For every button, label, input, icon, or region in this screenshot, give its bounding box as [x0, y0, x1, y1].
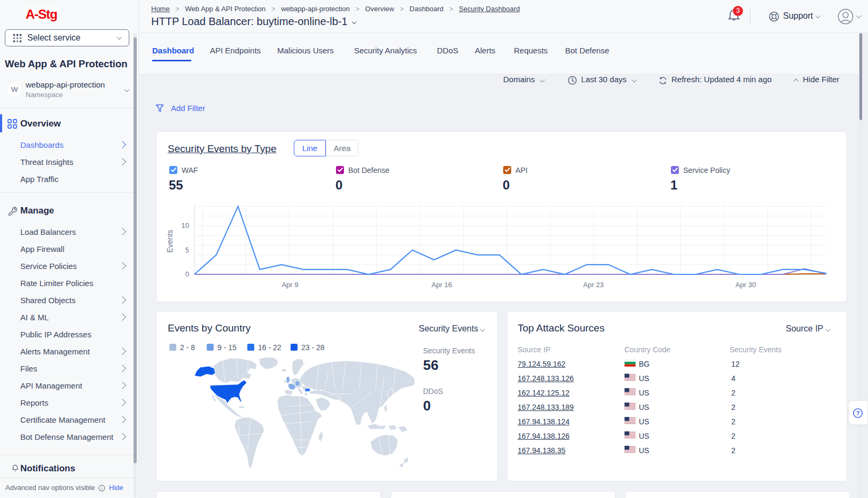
- svg-text:Events: Events: [166, 230, 174, 253]
- svg-text:i: i: [101, 486, 103, 491]
- svg-text:Apr 16: Apr 16: [432, 281, 452, 289]
- svg-text:10: 10: [182, 222, 189, 230]
- svg-text:?: ?: [856, 410, 860, 416]
- svg-text:Apr 30: Apr 30: [736, 281, 756, 289]
- svg-text:5: 5: [185, 246, 189, 254]
- svg-text:Apr 9: Apr 9: [281, 281, 298, 289]
- svg-text:0: 0: [185, 270, 189, 278]
- svg-text:Apr 23: Apr 23: [583, 281, 604, 289]
